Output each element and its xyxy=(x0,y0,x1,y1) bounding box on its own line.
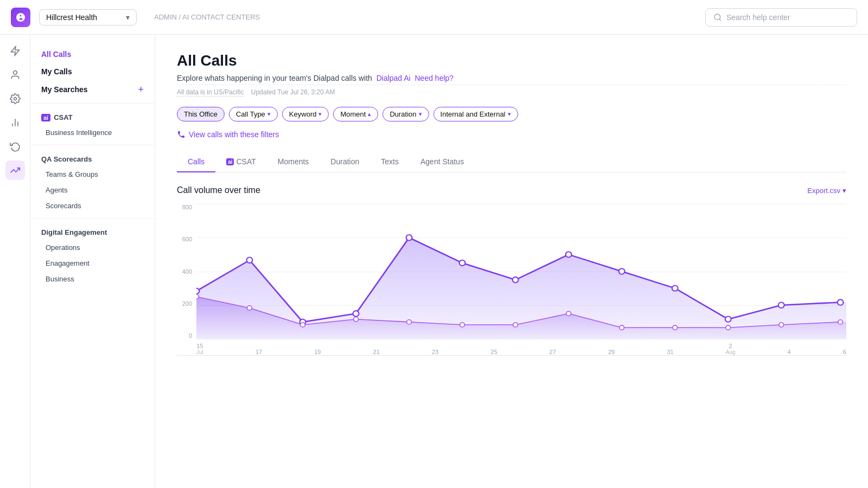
svg-point-18 xyxy=(778,303,784,308)
nav-scorecards[interactable]: Scorecards xyxy=(30,198,155,214)
svg-point-2 xyxy=(13,71,17,75)
svg-point-8 xyxy=(247,258,253,263)
chart-title: Call volume over time xyxy=(177,185,260,195)
filter-duration[interactable]: Duration ▾ xyxy=(382,107,429,121)
phone-icon xyxy=(177,130,186,139)
filters-row: This Office Call Type ▾ Keyword ▾ Moment… xyxy=(177,107,846,121)
icon-sidebar xyxy=(0,35,30,488)
nav-all-calls[interactable]: All Calls xyxy=(30,46,155,63)
app-logo xyxy=(11,8,30,27)
tab-duration[interactable]: Duration xyxy=(320,152,370,172)
export-chevron: ▾ xyxy=(843,187,846,195)
svg-point-22 xyxy=(301,323,305,327)
tab-texts[interactable]: Texts xyxy=(370,152,410,172)
nav-engagement[interactable]: Enagagement xyxy=(30,255,155,271)
svg-point-15 xyxy=(619,268,625,274)
tab-csat[interactable]: ai CSAT xyxy=(215,152,267,172)
svg-point-30 xyxy=(726,325,731,330)
svg-point-32 xyxy=(838,320,843,324)
export-button[interactable]: Export.csv ▾ xyxy=(807,187,846,195)
chart-yaxis: 800 600 400 200 0 xyxy=(177,204,196,339)
need-help-link[interactable]: Need help? xyxy=(414,74,454,82)
nav-my-calls[interactable]: My Calls xyxy=(30,63,155,80)
tab-calls[interactable]: Calls xyxy=(177,152,215,172)
chart-section: Call volume over time Export.csv ▾ 800 6… xyxy=(177,185,846,356)
svg-point-20 xyxy=(196,294,199,299)
org-name: Hillcrest Health xyxy=(46,13,97,22)
svg-point-25 xyxy=(460,323,465,327)
page-meta: All data is in US/Pacific Updated Tue Ju… xyxy=(177,85,846,96)
svg-point-14 xyxy=(566,252,572,257)
call-type-chevron: ▾ xyxy=(267,111,271,118)
nav-analytics-icon[interactable] xyxy=(5,41,25,61)
svg-point-16 xyxy=(672,285,678,291)
nav-chart-icon[interactable] xyxy=(5,113,25,132)
nav-csat-label: ai CSAT xyxy=(30,108,155,125)
dialpad-ai-link[interactable]: Dialpad Ai xyxy=(376,74,411,82)
svg-point-7 xyxy=(196,288,199,294)
nav-history-icon[interactable] xyxy=(5,137,25,156)
nav-settings-icon[interactable] xyxy=(5,89,25,108)
tabs-row: Calls ai CSAT Moments Duration Texts Age… xyxy=(177,152,846,172)
search-bar[interactable]: Search help center xyxy=(705,8,857,27)
page-title: All Calls xyxy=(177,52,846,69)
nav-divider-3 xyxy=(30,218,155,219)
org-dropdown-chevron: ▾ xyxy=(126,13,130,22)
moment-chevron: ▴ xyxy=(368,111,371,118)
nav-operations[interactable]: Operations xyxy=(30,240,155,255)
ai-badge: ai xyxy=(41,114,50,121)
topbar: Hillcrest Health ▾ ADMIN / AI CONTACT CE… xyxy=(0,0,868,35)
svg-point-19 xyxy=(838,299,844,305)
search-icon xyxy=(713,13,722,22)
nav-divider-2 xyxy=(30,145,155,145)
nav-business[interactable]: Business xyxy=(30,271,155,287)
nav-trend-icon[interactable] xyxy=(5,160,25,180)
search-placeholder: Search help center xyxy=(726,13,790,22)
chart-area: 800 600 400 200 0 xyxy=(177,204,846,356)
app-layout: All Calls My Calls My Searches + ai CSAT… xyxy=(0,35,868,488)
svg-point-12 xyxy=(459,260,465,266)
main-content: All Calls Explore whats happening in you… xyxy=(155,35,868,488)
chart-xaxis: 15Jul 17 19 21 23 25 27 29 31 2Aug 4 6 xyxy=(196,339,846,355)
svg-point-28 xyxy=(620,325,624,330)
nav-my-searches-row: My Searches + xyxy=(30,80,155,99)
nav-business-intelligence[interactable]: Business Intelligence xyxy=(30,125,155,140)
filter-this-office[interactable]: This Office xyxy=(177,107,225,121)
svg-point-24 xyxy=(407,320,412,324)
nav-digital-engagement[interactable]: Digital Engagement xyxy=(30,223,155,240)
chart-header: Call volume over time Export.csv ▾ xyxy=(177,185,846,195)
svg-point-27 xyxy=(566,311,571,316)
nav-divider-1 xyxy=(30,103,155,104)
tab-agent-status[interactable]: Agent Status xyxy=(410,152,475,172)
csat-ai-badge: ai xyxy=(226,158,234,165)
nav-teams-groups[interactable]: Teams & Groups xyxy=(30,166,155,182)
page-subtitle: Explore whats happening in your team's D… xyxy=(177,74,846,82)
nav-qa-scorecards[interactable]: QA Scorecards xyxy=(30,150,155,166)
filter-call-type[interactable]: Call Type ▾ xyxy=(229,107,278,121)
svg-point-23 xyxy=(354,317,359,322)
tab-moments[interactable]: Moments xyxy=(267,152,320,172)
filter-internal-external[interactable]: Internal and External ▾ xyxy=(433,107,518,121)
filter-keyword[interactable]: Keyword ▾ xyxy=(282,107,329,121)
add-search-button[interactable]: + xyxy=(138,85,144,94)
svg-point-17 xyxy=(725,317,731,322)
svg-point-31 xyxy=(779,323,784,327)
svg-point-11 xyxy=(406,235,412,240)
nav-person-icon[interactable] xyxy=(5,65,25,85)
duration-chevron: ▾ xyxy=(419,111,422,118)
breadcrumb: ADMIN / AI CONTACT CENTERS xyxy=(154,13,260,21)
view-calls-link[interactable]: View calls with these filters xyxy=(177,130,846,139)
org-selector[interactable]: Hillcrest Health ▾ xyxy=(39,9,137,25)
svg-point-0 xyxy=(714,14,720,20)
chart-svg xyxy=(196,204,846,339)
svg-point-10 xyxy=(353,311,359,316)
nav-agents[interactable]: Agents xyxy=(30,182,155,198)
internal-external-chevron: ▾ xyxy=(508,111,511,118)
keyword-chevron: ▾ xyxy=(318,111,322,118)
svg-point-21 xyxy=(247,306,252,310)
nav-my-searches[interactable]: My Searches xyxy=(41,85,88,94)
svg-point-26 xyxy=(513,323,518,327)
filter-moment[interactable]: Moment ▴ xyxy=(333,107,378,121)
svg-point-3 xyxy=(14,98,16,100)
svg-point-29 xyxy=(673,325,678,330)
